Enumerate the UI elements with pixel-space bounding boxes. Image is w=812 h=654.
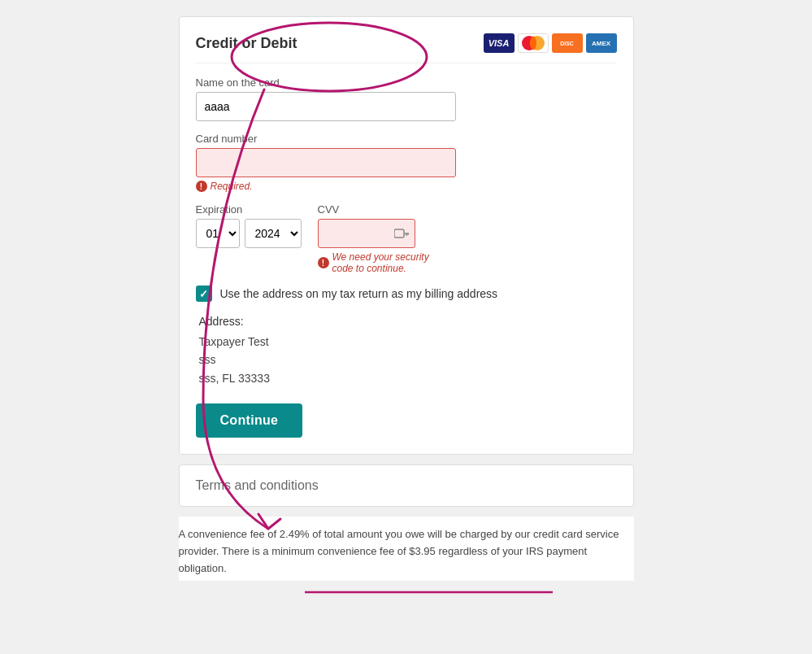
- continue-button[interactable]: Continue: [196, 403, 303, 438]
- cvv-input-wrapper: [318, 219, 415, 248]
- expiry-selects: 01 02 03 04 05 06 07 08 09 10 11 12: [196, 219, 302, 248]
- fee-notice: A convenience fee of 2.49% of total amou…: [179, 517, 634, 580]
- expiry-cvv-row: Expiration 01 02 03 04 05 06 07 08 09 10…: [196, 203, 617, 274]
- svg-rect-5: [394, 229, 404, 238]
- section-title: Credit or Debit: [196, 35, 297, 52]
- address-title: Address:: [199, 315, 617, 328]
- address-section: Address: Taxpayer Test sss sss, FL 33333: [196, 315, 617, 387]
- name-label: Name on the card: [196, 76, 617, 89]
- billing-address-checkbox[interactable]: ✓: [196, 286, 212, 302]
- card-number-input[interactable]: [196, 148, 456, 177]
- billing-address-checkbox-row: ✓ Use the address on my tax return as my…: [196, 286, 617, 302]
- name-input[interactable]: [196, 92, 456, 121]
- cvv-group: CVV ! We need your security code to cont…: [318, 203, 448, 274]
- address-name: Taxpayer Test: [199, 333, 617, 351]
- visa-logo: VISA: [484, 33, 515, 53]
- card-number-error: ! Required.: [196, 181, 617, 192]
- address-line1: sss: [199, 351, 617, 368]
- checkbox-label: Use the address on my tax return as my b…: [220, 287, 498, 300]
- terms-title: Terms and conditions: [196, 478, 319, 492]
- key-icon: [394, 229, 409, 238]
- expiry-month-select[interactable]: 01 02 03 04 05 06 07 08 09 10 11 12: [196, 219, 240, 248]
- expiry-group: Expiration 01 02 03 04 05 06 07 08 09 10…: [196, 203, 302, 248]
- card-number-field-group: Card number ! Required.: [196, 133, 617, 192]
- expiry-year-select[interactable]: 2024 2025 2026 2027 2028 2029 2030: [245, 219, 302, 248]
- amex-logo: AMEX: [586, 33, 617, 53]
- mastercard-logo: [518, 33, 549, 53]
- terms-section: Terms and conditions: [179, 464, 634, 507]
- expiry-label: Expiration: [196, 203, 302, 216]
- section-header: Credit or Debit VISA DISC AMEX: [196, 33, 617, 63]
- cvv-label: CVV: [318, 203, 448, 216]
- card-error-text: Required.: [211, 181, 253, 192]
- discover-logo: DISC: [552, 33, 583, 53]
- card-number-label: Card number: [196, 133, 617, 145]
- cvv-error-icon: !: [318, 257, 329, 268]
- checkmark-icon: ✓: [199, 288, 208, 300]
- error-icon: !: [196, 181, 207, 192]
- svg-point-4: [530, 37, 536, 50]
- name-field-group: Name on the card: [196, 76, 617, 121]
- address-line2: sss, FL 33333: [199, 369, 617, 387]
- cvv-error: ! We need your security code to continue…: [318, 251, 448, 274]
- credit-debit-section: Credit or Debit VISA DISC AMEX: [179, 16, 634, 455]
- cvv-error-text: We need your security code to continue.: [332, 251, 448, 274]
- card-logos: VISA DISC AMEX: [484, 33, 617, 53]
